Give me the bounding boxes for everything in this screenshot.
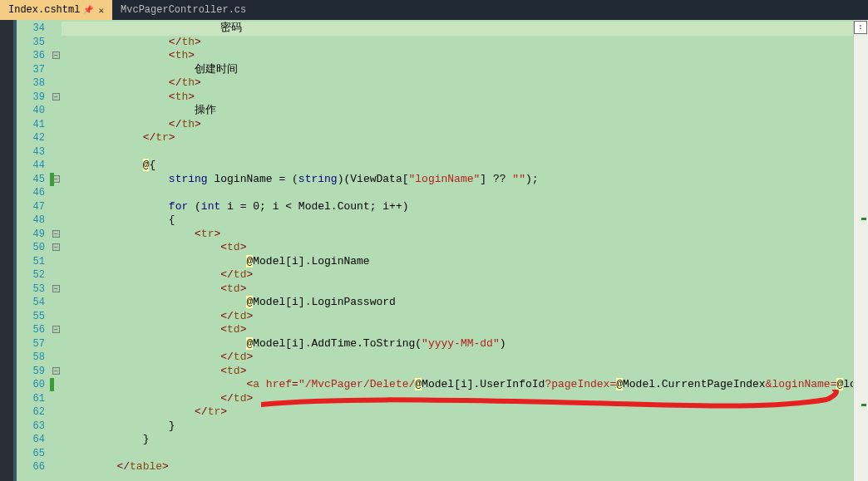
- code-line[interactable]: 操作: [62, 104, 868, 118]
- code-line[interactable]: 密码: [62, 22, 868, 36]
- breakpoint-column[interactable]: [0, 20, 13, 481]
- fold-toggle-icon[interactable]: −: [52, 230, 60, 238]
- code-line[interactable]: </td>: [62, 310, 868, 324]
- code-line[interactable]: <td>: [62, 323, 868, 337]
- line-number: 35: [17, 36, 50, 50]
- line-number: 38: [17, 76, 50, 91]
- scrollbar-change-mark: [861, 404, 866, 406]
- line-number: 62: [17, 405, 50, 420]
- line-number: 52: [17, 268, 50, 282]
- change-mark: [50, 378, 54, 391]
- code-line[interactable]: </td>: [62, 392, 868, 406]
- code-line[interactable]: </tr>: [62, 405, 868, 420]
- code-area[interactable]: 密码 </th> <th> 创建时间 </th> <th> 操作 </th> <…: [62, 20, 868, 481]
- line-number: 46: [17, 186, 50, 200]
- line-number: 55: [17, 310, 50, 324]
- line-number: 56: [17, 323, 50, 337]
- line-number: 58: [17, 351, 50, 365]
- line-number: 64: [17, 433, 50, 447]
- line-number: 47: [17, 200, 50, 214]
- fold-toggle-icon[interactable]: −: [52, 367, 60, 375]
- code-line[interactable]: for (int i = 0; i < Model.Count; i++): [62, 200, 868, 214]
- code-line[interactable]: <td>: [62, 282, 868, 297]
- line-number: 45: [17, 173, 50, 187]
- line-number: 66: [17, 460, 50, 474]
- code-line[interactable]: }: [62, 433, 868, 447]
- tab-bar: Index.cshtml 📌 ✕ MvcPagerController.cs: [0, 0, 868, 20]
- line-number: 37: [17, 63, 50, 77]
- code-line[interactable]: 创建时间: [62, 63, 868, 77]
- code-line[interactable]: @Model[i].AddTime.ToString("yyyy-MM-dd"): [62, 337, 868, 351]
- chevron-up-icon: ↕: [858, 24, 862, 32]
- code-line[interactable]: @Model[i].LoginPassword: [62, 296, 868, 310]
- line-number: 51: [17, 255, 50, 269]
- editor-container: 3435363738394041424344454647484950515253…: [0, 20, 868, 481]
- change-mark: [50, 173, 54, 186]
- line-number: 63: [17, 420, 50, 434]
- fold-toggle-icon[interactable]: −: [52, 243, 60, 251]
- line-number: 41: [17, 118, 50, 132]
- line-number: 60: [17, 378, 50, 392]
- code-line[interactable]: <th>: [62, 49, 868, 63]
- line-number: 43: [17, 145, 50, 160]
- tab-inactive[interactable]: MvcPagerController.cs: [112, 0, 254, 20]
- code-line[interactable]: </td>: [62, 268, 868, 282]
- fold-toggle-icon[interactable]: −: [52, 285, 60, 292]
- code-line[interactable]: }: [62, 420, 868, 434]
- close-icon[interactable]: ✕: [98, 5, 104, 16]
- code-line[interactable]: {: [62, 214, 868, 228]
- scroll-split-button[interactable]: ↕: [854, 21, 867, 34]
- code-line[interactable]: <td>: [62, 241, 868, 255]
- code-line[interactable]: <tr>: [62, 228, 868, 242]
- code-line[interactable]: <td>: [62, 365, 868, 379]
- fold-toggle-icon[interactable]: −: [52, 52, 60, 59]
- line-number: 42: [17, 131, 50, 145]
- fold-toggle-icon[interactable]: −: [52, 93, 60, 101]
- tab-active-label: Index.cshtml: [8, 4, 80, 16]
- pin-icon: 📌: [83, 5, 93, 15]
- code-line[interactable]: string loginName = (string)(ViewData["lo…: [62, 173, 868, 187]
- line-number: 48: [17, 214, 50, 228]
- code-line[interactable]: </th>: [62, 76, 868, 91]
- line-number: 54: [17, 296, 50, 310]
- code-line[interactable]: </table>: [62, 460, 868, 474]
- code-line[interactable]: @Model[i].LoginName: [62, 255, 868, 269]
- scrollbar-change-mark: [861, 218, 866, 220]
- line-number: 34: [17, 22, 50, 36]
- line-number: 39: [17, 91, 50, 105]
- tab-active[interactable]: Index.cshtml 📌 ✕: [0, 0, 112, 20]
- code-line[interactable]: </th>: [62, 36, 868, 50]
- outline-column: −−−−−−−−: [50, 20, 62, 481]
- line-number: 57: [17, 337, 50, 351]
- code-line[interactable]: </td>: [62, 351, 868, 365]
- line-number: 50: [17, 241, 50, 255]
- code-line[interactable]: </tr>: [62, 131, 868, 145]
- fold-toggle-icon[interactable]: −: [52, 326, 60, 333]
- line-number: 40: [17, 104, 50, 118]
- code-line[interactable]: </th>: [62, 118, 868, 132]
- line-number: 53: [17, 282, 50, 297]
- line-number: 36: [17, 49, 50, 63]
- code-line[interactable]: [62, 447, 868, 461]
- code-line[interactable]: [62, 186, 868, 200]
- code-line[interactable]: @{: [62, 159, 868, 173]
- code-line[interactable]: [62, 145, 868, 160]
- tab-inactive-label: MvcPagerController.cs: [121, 4, 246, 16]
- line-number: 44: [17, 159, 50, 173]
- code-line[interactable]: <a href="/MvcPager/Delete/@Model[i].User…: [62, 378, 868, 392]
- line-number: 65: [17, 447, 50, 461]
- line-number: 49: [17, 228, 50, 242]
- line-number: 59: [17, 365, 50, 379]
- scrollbar-vertical[interactable]: ↕: [853, 20, 868, 481]
- gutter: 3435363738394041424344454647484950515253…: [17, 20, 50, 481]
- line-number: 61: [17, 392, 50, 406]
- code-line[interactable]: <th>: [62, 91, 868, 105]
